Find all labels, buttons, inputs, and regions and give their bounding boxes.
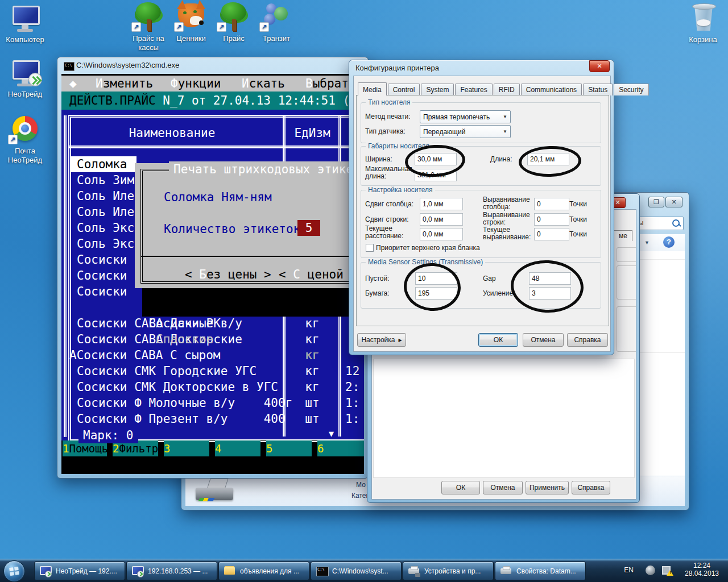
- dos-status-bar: ДЕЙСТВ.ПРАЙС N_7 от 27.04.13 12:44:51 (5…: [61, 92, 364, 110]
- remote-desktop-icon: [39, 565, 52, 577]
- clock[interactable]: 12:24 28.04.2013: [679, 562, 725, 577]
- fkey-4[interactable]: 4: [215, 440, 260, 456]
- help-button[interactable]: Справка: [567, 333, 608, 347]
- menu-item-functions[interactable]: Функции: [171, 76, 221, 92]
- taskbar-button-neotrade[interactable]: НеоТрейд — 192....: [34, 562, 125, 580]
- fkey-5[interactable]: 5: [266, 440, 312, 456]
- tab-system[interactable]: System: [421, 84, 454, 95]
- icon-label: Почта: [0, 147, 50, 156]
- ok-button[interactable]: ОК: [441, 481, 480, 494]
- desktop-icon-mail-neotrade[interactable]: ↗ Почта НеоТрейд: [0, 115, 50, 165]
- windows-flag-icon: [9, 567, 19, 576]
- console: ◆ Изменить Функции Искать Выбрать ДЕЙСТВ…: [61, 74, 364, 474]
- table-row[interactable]: Соль Экс: [77, 220, 134, 236]
- taskbar-button-remote-ip[interactable]: 192.168.0.253 — ...: [126, 562, 217, 580]
- start-button[interactable]: [3, 560, 25, 582]
- desktop-icon-neotrade[interactable]: НеоТрейд: [0, 58, 50, 99]
- close-button[interactable]: ✕: [589, 60, 610, 72]
- settings-button[interactable]: Настройка▶: [357, 333, 406, 347]
- menu-item-edit[interactable]: Изменить: [96, 76, 153, 92]
- warning-icon: !: [669, 570, 671, 575]
- tree-icon: ↗: [218, 2, 250, 33]
- table-row[interactable]: Сосиски: [77, 284, 127, 300]
- close-icon: ✕: [671, 198, 676, 206]
- language-indicator[interactable]: EN: [624, 566, 634, 574]
- shortcut-arrow-icon: ↗: [8, 135, 18, 144]
- shortcut-arrow-icon: ↗: [259, 22, 269, 32]
- close-button[interactable]: ✕: [665, 197, 682, 207]
- dos-table-panel: Наименование ЕдИзм Соломка Соль Зим Соль…: [61, 110, 364, 440]
- clock-time: 12:24: [679, 562, 725, 569]
- tab-communications[interactable]: Communications: [521, 84, 582, 95]
- desktop-icon-recycle-bin[interactable]: Корзина: [678, 3, 728, 44]
- printer-icon: [193, 479, 239, 505]
- maximize-button[interactable]: ❐: [648, 197, 664, 207]
- tab-strip: Media Control System Features RFID Commu…: [358, 84, 650, 95]
- taskbar-button-cmd[interactable]: C:\ C:\Windows\syst...: [311, 562, 402, 580]
- print-method-select[interactable]: Прямая термопечать▼: [420, 110, 511, 123]
- table-row[interactable]: Соль Зим: [77, 172, 134, 188]
- table-row[interactable]: Соль Иле: [77, 204, 134, 220]
- col-shift-field[interactable]: 1,0 мм: [420, 198, 463, 210]
- cur-dist-field[interactable]: 0,0 мм: [420, 228, 463, 240]
- row-shift-field[interactable]: 0,0 мм: [420, 213, 463, 226]
- table-row[interactable]: Соль Иле: [77, 188, 134, 204]
- table-row[interactable]: Сосиски Ф Молочные в/у 400гшт1:: [61, 395, 364, 411]
- desktop-icon-tranzit[interactable]: ↗ Транзит: [251, 2, 301, 43]
- chevron-down-icon[interactable]: ▼: [644, 240, 650, 246]
- table-row[interactable]: Сосиски СМК Докторские в УГСкг2:: [61, 379, 364, 395]
- ok-button[interactable]: ОК: [478, 333, 518, 347]
- tab-security[interactable]: Security: [614, 84, 648, 95]
- partial-tab[interactable]: ме: [614, 230, 632, 241]
- fkey-3[interactable]: 3: [164, 440, 209, 456]
- spheres-icon: ↗: [260, 2, 292, 33]
- remote-desktop-icon: [9, 58, 41, 89]
- properties-content: [373, 359, 635, 478]
- chrome-icon: ↗: [9, 115, 41, 146]
- taskbar-button-devices[interactable]: Устройства и пр...: [403, 562, 494, 580]
- shortcut-arrow-icon: ↗: [131, 22, 141, 32]
- table-row[interactable]: Соломка: [77, 156, 127, 172]
- shortcut-arrow-icon: ↗: [217, 22, 226, 32]
- mark-counter: Марк: 0: [78, 427, 138, 443]
- col-align-field[interactable]: 0: [534, 198, 569, 210]
- tab-control[interactable]: Control: [388, 84, 420, 95]
- cancel-button[interactable]: Отмена: [523, 333, 564, 347]
- table-row[interactable]: Сосиски Ф Презент в/у 400шт1:: [61, 411, 364, 427]
- cmd-window: C:\ C:\Windows\system32\cmd.exe ◆ Измени…: [57, 57, 369, 479]
- tab-status[interactable]: Status: [583, 84, 613, 95]
- table-row-cursor[interactable]: Сосиски РК Спасские кг: [77, 300, 221, 315]
- quantity-input[interactable]: 5: [297, 220, 320, 236]
- tab-rfid[interactable]: RFID: [494, 84, 520, 95]
- printer-icon: [500, 565, 512, 577]
- with-price-button[interactable]: < С ценой: [279, 267, 344, 282]
- no-price-button[interactable]: < Без цены >: [185, 267, 271, 282]
- arrow-right-icon: ▶: [398, 338, 402, 343]
- folder-icon: [224, 565, 236, 577]
- taskbar-button-folder[interactable]: объявления для ...: [218, 562, 309, 580]
- volume-icon[interactable]: [646, 566, 655, 575]
- taskbar-button-properties[interactable]: Свойства: Datam...: [495, 562, 586, 580]
- window-title: C:\Windows\system32\cmd.exe: [76, 61, 179, 69]
- cancel-button[interactable]: Отмена: [483, 481, 523, 494]
- tree-icon: ↗: [133, 2, 164, 33]
- fkey-6[interactable]: 6: [317, 440, 364, 456]
- sensor-type-select[interactable]: Передающий▼: [420, 125, 511, 138]
- table-row[interactable]: Сосиски: [77, 268, 127, 284]
- desktop-icon-computer[interactable]: Компьютер: [0, 3, 50, 44]
- icon-label: Корзина: [678, 35, 728, 44]
- menu-item-search[interactable]: Искать: [242, 76, 285, 92]
- tab-media[interactable]: Media: [358, 82, 387, 95]
- remote-desktop-icon: [131, 565, 144, 577]
- top-of-form-checkbox[interactable]: [366, 244, 374, 252]
- table-row[interactable]: Сосиски: [77, 252, 127, 268]
- help-button[interactable]: Справка: [572, 481, 610, 494]
- apply-button[interactable]: Применить: [526, 481, 569, 494]
- table-row[interactable]: Соль Экс: [77, 236, 134, 252]
- help-icon[interactable]: ?: [663, 236, 675, 248]
- network-icon[interactable]: !: [662, 565, 672, 575]
- tab-features[interactable]: Features: [455, 84, 492, 95]
- scroll-down-icon[interactable]: ▼: [329, 426, 334, 442]
- cur-align-field[interactable]: 0: [534, 228, 569, 240]
- row-align-field[interactable]: 0: [534, 213, 569, 226]
